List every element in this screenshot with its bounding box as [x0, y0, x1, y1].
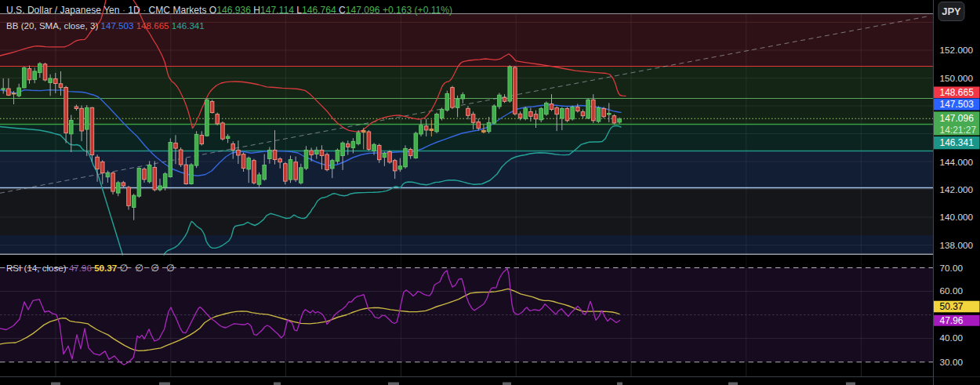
svg-text:142.000: 142.000 [940, 184, 974, 195]
svg-text:47.96: 47.96 [940, 315, 964, 326]
svg-text:138.000: 138.000 [940, 240, 974, 251]
svg-text:140.000: 140.000 [940, 212, 974, 223]
svg-text:40.00: 40.00 [940, 332, 964, 343]
svg-text:146.341: 146.341 [940, 137, 975, 148]
svg-text:148.665: 148.665 [940, 87, 975, 98]
svg-text:144.000: 144.000 [940, 157, 974, 168]
svg-text:150.000: 150.000 [940, 73, 974, 84]
svg-text:30.00: 30.00 [940, 357, 964, 368]
svg-text:147.096: 147.096 [940, 113, 975, 124]
svg-text:152.000: 152.000 [940, 45, 974, 56]
svg-text:JPY: JPY [942, 5, 961, 17]
svg-text:147.503: 147.503 [940, 99, 975, 110]
svg-text:14:21:27: 14:21:27 [940, 125, 977, 136]
svg-text:BB (20, SMA, close, 3) 147.50: BB (20, SMA, close, 3) 147.503 148.665 1… [6, 20, 205, 31]
svg-text:70.00: 70.00 [940, 263, 964, 274]
svg-text:60.00: 60.00 [940, 285, 964, 296]
svg-text:50.37: 50.37 [940, 301, 964, 312]
svg-text:U.S. Dollar / Japanese Yen · 1: U.S. Dollar / Japanese Yen · 1D · CMC Ma… [6, 5, 452, 16]
